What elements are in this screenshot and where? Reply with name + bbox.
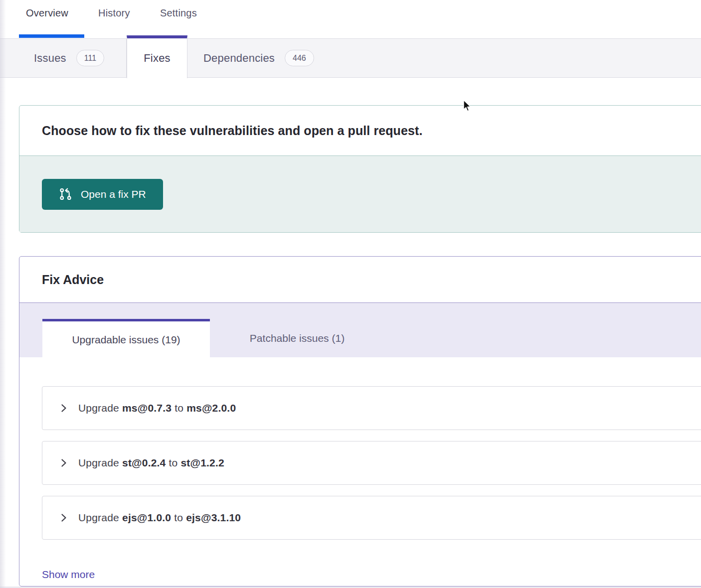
- upgrade-row-text: Upgrade st@0.2.4 to st@1.2.2: [78, 457, 224, 469]
- tab-patchable-issues[interactable]: Patchable issues (1): [210, 319, 384, 358]
- nav-item-overview[interactable]: Overview: [26, 6, 68, 19]
- tab-dependencies-label: Dependencies: [203, 52, 275, 65]
- fix-advice-card: Fix Advice Upgradable issues (19) Patcha…: [19, 256, 701, 587]
- tab-issues-label: Issues: [34, 52, 66, 65]
- tab-dependencies[interactable]: Dependencies 446: [187, 39, 314, 77]
- top-navigation: Overview History Settings: [0, 0, 701, 38]
- show-more-link[interactable]: Show more: [42, 569, 95, 581]
- upgrade-row-ejs[interactable]: Upgrade ejs@1.0.0 to ejs@3.1.10: [42, 496, 701, 540]
- dependencies-count-badge: 446: [285, 50, 314, 66]
- tab-fixes[interactable]: Fixes: [127, 35, 187, 78]
- secondary-tab-bar: Issues 111 Fixes Dependencies 446: [0, 38, 701, 78]
- fix-advice-tabs: Upgradable issues (19) Patchable issues …: [19, 302, 701, 357]
- tab-fixes-label: Fixes: [144, 52, 171, 65]
- open-fix-pr-label: Open a fix PR: [81, 188, 146, 200]
- upgrade-row-st[interactable]: Upgrade st@0.2.4 to st@1.2.2: [42, 441, 701, 485]
- open-fix-pr-button[interactable]: Open a fix PR: [42, 179, 163, 210]
- nav-item-settings[interactable]: Settings: [160, 6, 197, 19]
- upgrade-row-text: Upgrade ejs@1.0.0 to ejs@3.1.10: [78, 512, 241, 524]
- fix-advice-header: Fix Advice: [19, 257, 701, 302]
- tab-issues[interactable]: Issues 111: [0, 39, 127, 77]
- upgradable-issues-panel: Upgrade ms@0.7.3 to ms@2.0.0 Upgrade st@…: [19, 357, 701, 581]
- fix-banner-body: Open a fix PR: [19, 155, 701, 232]
- fix-advice-title: Fix Advice: [42, 273, 104, 287]
- issues-count-badge: 111: [76, 50, 104, 66]
- fix-banner-heading: Choose how to fix these vulnerabilities …: [42, 124, 422, 138]
- upgrade-row-ms[interactable]: Upgrade ms@0.7.3 to ms@2.0.0: [42, 386, 701, 430]
- nav-item-history[interactable]: History: [98, 6, 130, 19]
- chevron-right-icon[interactable]: [59, 513, 68, 523]
- project-page: Overview History Settings Issues 111 Fix…: [0, 0, 701, 588]
- upgrade-row-text: Upgrade ms@0.7.3 to ms@2.0.0: [78, 402, 236, 414]
- tab-upgradable-issues[interactable]: Upgradable issues (19): [42, 319, 210, 358]
- chevron-right-icon[interactable]: [59, 458, 68, 468]
- active-nav-underline: [19, 34, 84, 38]
- fix-banner-card: Choose how to fix these vulnerabilities …: [19, 105, 701, 233]
- fix-banner-header: Choose how to fix these vulnerabilities …: [19, 106, 701, 155]
- git-pull-request-icon: [59, 187, 72, 201]
- chevron-right-icon[interactable]: [59, 403, 68, 413]
- page-left-shadow: [0, 0, 6, 588]
